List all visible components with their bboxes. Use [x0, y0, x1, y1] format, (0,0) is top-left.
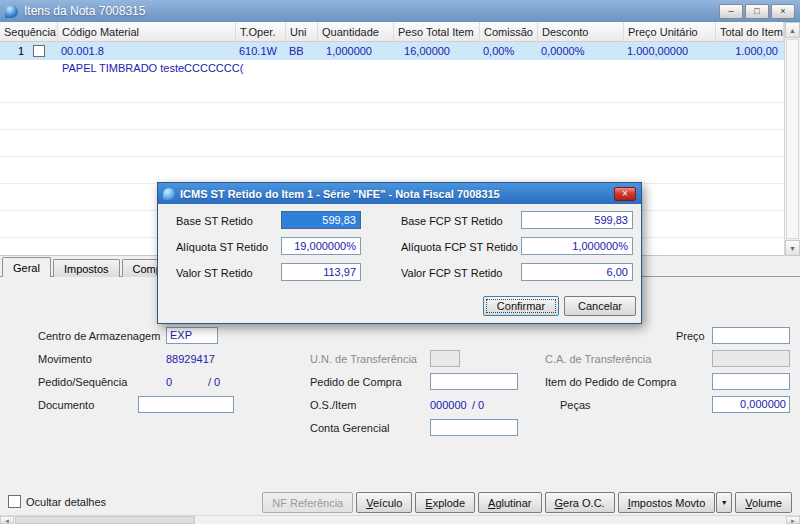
preco-input[interactable] — [712, 327, 790, 344]
centro-armazenagem-label: Centro de Armazenagem — [38, 330, 160, 342]
cell-peso-total-item: 16,00000 — [394, 43, 480, 59]
impostos-movto-dropdown[interactable]: ▼ — [716, 492, 732, 513]
aglutinar-button[interactable]: Aglutinar — [478, 492, 541, 513]
confirmar-button[interactable]: Confirmar — [483, 296, 559, 316]
cell-uni: BB — [286, 43, 318, 59]
app-icon — [5, 5, 18, 18]
empty-row — [0, 76, 784, 103]
item-pedido-compra-input[interactable] — [712, 373, 790, 390]
os-item-value: 000000 — [430, 399, 467, 411]
col-header-uni[interactable]: Uni — [286, 22, 318, 41]
nf-referencia-button: NF Referência — [262, 492, 353, 513]
row-checkbox[interactable] — [33, 45, 45, 57]
base-fcp-st-retido-input[interactable]: 599,83 — [521, 211, 633, 229]
impostos-movto-button[interactable]: Impostos Movto — [618, 492, 716, 513]
empty-row — [0, 130, 784, 157]
un-transferencia-input — [430, 350, 460, 367]
os-item-value2: / 0 — [472, 399, 484, 411]
scroll-down-button[interactable]: ▼ — [785, 240, 800, 256]
col-header-desconto[interactable]: Desconto — [538, 22, 624, 41]
aliquota-fcp-st-retido-label: Alíquota FCP ST Retido — [401, 241, 518, 253]
cell-codigo-material: 00.001.8 — [58, 43, 236, 59]
sequencia-number: 1 — [18, 45, 24, 57]
window-title: Itens da Nota 7008315 — [24, 4, 145, 18]
movimento-label: Movimento — [38, 353, 92, 365]
base-fcp-st-retido-label: Base FCP ST Retido — [401, 215, 503, 227]
col-header-sequencia[interactable]: Sequência — [0, 22, 58, 41]
documento-input[interactable] — [138, 396, 234, 413]
tab-geral[interactable]: Geral — [2, 257, 51, 277]
valor-st-retido-input[interactable]: 113,97 — [281, 263, 361, 281]
dialog-body: Base ST Retido 599,83 Base FCP ST Retido… — [158, 204, 641, 324]
base-st-retido-label: Base ST Retido — [176, 215, 253, 227]
col-header-codigo-material[interactable]: Código Material — [58, 22, 236, 41]
documento-label: Documento — [38, 399, 94, 411]
window-controls: – □ × — [719, 4, 795, 19]
valor-fcp-st-retido-label: Valor FCP ST Retido — [401, 267, 503, 279]
empty-row — [0, 103, 784, 130]
dialog-close-button[interactable]: × — [614, 187, 636, 201]
un-transferencia-label: U.N. de Transferência — [310, 353, 417, 365]
os-item-label: O.S./Item — [310, 399, 356, 411]
pecas-input[interactable]: 0,000000 — [712, 396, 790, 413]
table-row[interactable]: 1 00.001.8 610.1W BB 1,000000 16,00000 0… — [0, 42, 784, 60]
cell-quantidade: 1,000000 — [318, 43, 394, 59]
aliquota-st-retido-input[interactable]: 19,000000% — [281, 237, 361, 255]
scroll-thumb[interactable] — [786, 39, 799, 239]
col-header-total-do-item[interactable]: Total do Item — [716, 22, 784, 41]
col-header-t-oper[interactable]: T.Oper. — [236, 22, 286, 41]
pedido-sequencia-value: 0 — [166, 376, 172, 388]
col-header-preco-unitario[interactable]: Preço Unitário — [624, 22, 716, 41]
gera-oc-button[interactable]: Gera O.C. — [545, 492, 615, 513]
valor-fcp-st-retido-input[interactable]: 6,00 — [521, 263, 633, 281]
maximize-button[interactable]: □ — [745, 4, 769, 19]
base-st-retido-input[interactable]: 599,83 — [281, 211, 361, 229]
dialog-icon — [163, 188, 175, 200]
minimize-button[interactable]: – — [719, 4, 743, 19]
items-window: Itens da Nota 7008315 – □ × Sequência Có… — [0, 0, 800, 524]
conta-gerencial-input[interactable] — [430, 419, 518, 436]
cell-sequencia: 1 — [0, 43, 58, 59]
veiculo-button[interactable]: Veículo — [356, 492, 412, 513]
explode-button[interactable]: Explode — [415, 492, 475, 513]
col-header-quantidade[interactable]: Quantidade — [318, 22, 394, 41]
valor-st-retido-label: Valor ST Retido — [176, 267, 253, 279]
preco-label: Preço — [676, 330, 705, 342]
pecas-label: Peças — [560, 399, 591, 411]
ocultar-detalhes-checkbox[interactable] — [8, 495, 21, 508]
grid-header: Sequência Código Material T.Oper. Uni Qu… — [0, 22, 784, 42]
cell-total-do-item: 1.000,00 — [716, 43, 784, 59]
aliquota-fcp-st-retido-input[interactable]: 1,000000% — [521, 237, 633, 255]
ocultar-detalhes[interactable]: Ocultar detalhes — [8, 495, 106, 508]
col-header-peso-total-item[interactable]: Peso Total Item — [394, 22, 480, 41]
row-description[interactable]: PAPEL TIMBRADO testeCCCCCCC( — [0, 60, 784, 76]
tab-impostos[interactable]: Impostos — [53, 259, 120, 277]
close-button[interactable]: × — [771, 4, 795, 19]
scroll-up-button[interactable]: ▲ — [785, 22, 800, 38]
pedido-sequencia-value2: / 0 — [208, 376, 220, 388]
centro-armazenagem-input[interactable]: EXP — [166, 327, 218, 344]
volume-button[interactable]: Volume — [735, 492, 792, 513]
pedido-compra-input[interactable] — [430, 373, 518, 390]
cancelar-button[interactable]: Cancelar — [564, 296, 636, 316]
pedido-sequencia-label: Pedido/Sequência — [38, 376, 127, 388]
cell-t-oper: 610.1W — [236, 43, 286, 59]
scroll-right-button[interactable]: ► — [786, 516, 800, 524]
cell-desconto: 0,0000% — [538, 43, 624, 59]
cell-comissao: 0,00% — [480, 43, 538, 59]
horizontal-scrollbar[interactable]: ◄ ► — [0, 515, 800, 524]
dialog-titlebar: ICMS ST Retido do Item 1 - Série "NFE" -… — [158, 183, 641, 204]
footer-buttons: NF Referência Veículo Explode Aglutinar … — [262, 492, 792, 513]
horizontal-scroll-thumb[interactable] — [15, 516, 195, 524]
ocultar-detalhes-label: Ocultar detalhes — [26, 496, 106, 508]
col-header-comissao[interactable]: Comissão — [480, 22, 538, 41]
scroll-left-button[interactable]: ◄ — [0, 516, 14, 524]
icms-st-dialog: ICMS ST Retido do Item 1 - Série "NFE" -… — [157, 182, 642, 324]
pedido-compra-label: Pedido de Compra — [310, 376, 402, 388]
empty-row — [0, 157, 784, 184]
ca-transferencia-input — [712, 350, 790, 367]
ca-transferencia-label: C.A. de Transferência — [545, 353, 651, 365]
grid-vertical-scrollbar[interactable]: ▲ ▼ — [784, 22, 800, 256]
movimento-value: 88929417 — [166, 353, 215, 365]
conta-gerencial-label: Conta Gerencial — [310, 422, 390, 434]
